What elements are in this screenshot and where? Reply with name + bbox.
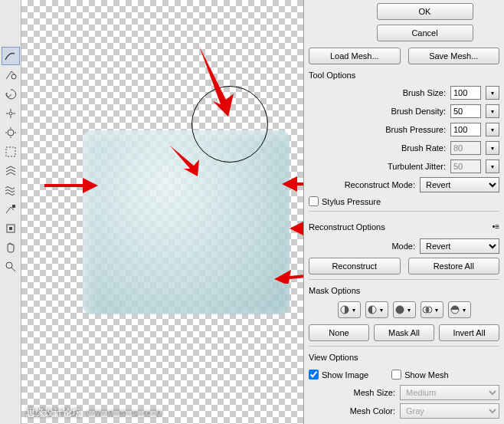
load-mesh-button[interactable]: Load Mesh... — [309, 48, 401, 64]
turbulent-jitter-dropdown: ▾ — [486, 159, 499, 173]
annotation-arrow — [191, 46, 237, 123]
svg-point-0 — [11, 74, 16, 79]
mesh-size-select: Medium — [400, 385, 499, 400]
mesh-color-label: Mesh Color: — [350, 406, 395, 416]
options-panel: OK Cancel Load Mesh... Save Mesh... Tool… — [303, 0, 504, 424]
brush-size-label: Brush Size: — [403, 88, 446, 97]
pucker-tool[interactable] — [2, 104, 20, 123]
brush-size-input[interactable] — [450, 86, 481, 100]
brush-density-input[interactable] — [450, 104, 481, 118]
brush-pressure-label: Brush Pressure: — [385, 125, 446, 134]
brush-size-dropdown[interactable]: ▾ — [486, 86, 499, 100]
annotation-arrow — [167, 146, 205, 176]
hand-tool[interactable] — [2, 238, 20, 257]
mask-none-button[interactable]: None — [309, 324, 369, 341]
show-image-checkbox[interactable] — [309, 370, 319, 380]
push-left-tool[interactable] — [2, 143, 20, 161]
brush-density-dropdown[interactable]: ▾ — [486, 104, 499, 118]
ok-button[interactable]: OK — [377, 3, 473, 20]
mask-add-icon[interactable]: ▾ — [365, 301, 388, 318]
mirror-tool[interactable] — [2, 162, 20, 180]
divider — [309, 346, 499, 347]
cancel-button[interactable]: Cancel — [377, 25, 473, 41]
mesh-color-select: Gray — [400, 403, 499, 419]
turbulent-jitter-input — [450, 159, 481, 173]
svg-rect-6 — [9, 227, 12, 230]
mask-replace-icon[interactable]: ▾ — [338, 301, 361, 318]
svg-point-1 — [9, 112, 12, 115]
show-mesh-checkbox[interactable] — [391, 370, 401, 380]
canvas[interactable]: 思缘设计论坛 WWW.MISSYUAN.COM — [21, 0, 303, 424]
restore-all-button[interactable]: Restore All — [408, 258, 500, 274]
annotation-arrow — [44, 178, 98, 193]
tool-options-label: Tool Options — [309, 71, 499, 80]
invert-all-button[interactable]: Invert All — [439, 324, 499, 341]
divider — [309, 279, 499, 280]
save-mesh-button[interactable]: Save Mesh... — [408, 48, 500, 64]
freeze-mask-tool[interactable] — [2, 200, 20, 219]
view-options-label: View Options — [309, 353, 499, 362]
turbulent-jitter-label: Turbulent Jitter: — [388, 162, 446, 171]
watermark-sub: WWW.MISSYUAN.COM — [87, 409, 162, 417]
brush-rate-input — [450, 141, 481, 155]
panel-menu-icon[interactable]: •≡ — [493, 222, 499, 231]
brush-rate-label: Brush Rate: — [401, 143, 446, 153]
mode-select[interactable]: Revert — [420, 238, 499, 254]
mask-options-label: Mask Options — [309, 286, 499, 295]
reconstruct-mode-select[interactable]: Revert — [420, 177, 499, 192]
svg-rect-3 — [6, 147, 15, 156]
divider — [309, 211, 499, 212]
brush-pressure-input[interactable] — [450, 123, 481, 136]
bloat-tool[interactable] — [2, 123, 20, 142]
mask-subtract-icon[interactable]: ▾ — [393, 301, 416, 318]
annotation-arrow — [290, 221, 303, 236]
brush-pressure-dropdown[interactable]: ▾ — [486, 123, 499, 136]
twirl-tool[interactable] — [2, 85, 20, 104]
forward-warp-tool[interactable] — [2, 47, 20, 65]
mask-all-button[interactable]: Mask All — [374, 324, 434, 341]
mode-label: Mode: — [391, 242, 415, 251]
turbulence-tool[interactable] — [2, 181, 20, 199]
annotation-arrow — [274, 268, 303, 284]
reconstruct-tool[interactable] — [2, 66, 20, 84]
brush-density-label: Brush Density: — [391, 107, 446, 116]
show-mesh-label: Show Mesh — [404, 370, 448, 380]
brush-rate-dropdown: ▾ — [486, 141, 499, 155]
thaw-mask-tool[interactable] — [2, 219, 20, 238]
svg-point-2 — [8, 130, 14, 136]
reconstruct-options-label: Reconstruct Options — [309, 222, 385, 232]
annotation-arrow — [282, 176, 303, 192]
show-image-label: Show Image — [322, 370, 368, 380]
zoom-tool[interactable] — [2, 258, 20, 276]
stylus-pressure-label: Stylus Pressure — [322, 197, 381, 206]
svg-rect-4 — [12, 205, 15, 208]
watermark: 思缘设计论坛 WWW.MISSYUAN.COM — [26, 406, 162, 419]
mask-intersect-icon[interactable]: ▾ — [421, 301, 443, 318]
toolbar — [0, 0, 21, 424]
reconstruct-mode-label: Reconstruct Mode: — [345, 180, 415, 189]
watermark-main: 思缘设计论坛 — [26, 407, 81, 418]
stylus-pressure-checkbox[interactable] — [309, 196, 319, 206]
reconstruct-button[interactable]: Reconstruct — [309, 258, 401, 274]
svg-point-7 — [6, 262, 12, 268]
mesh-size-label: Mesh Size: — [354, 388, 395, 397]
mask-invert-icon[interactable]: ▾ — [448, 301, 471, 318]
